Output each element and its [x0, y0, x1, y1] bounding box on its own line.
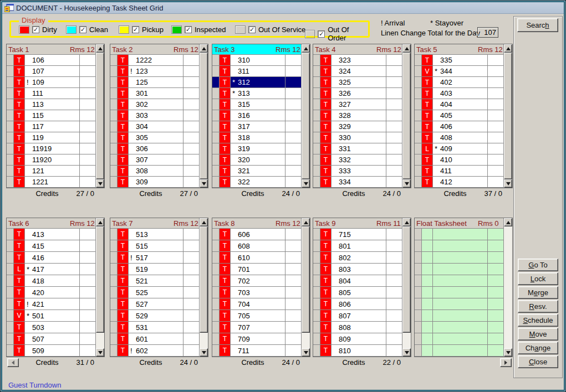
scroll-thumb[interactable]: [96, 53, 104, 179]
move-button[interactable]: Move: [518, 328, 558, 341]
task-row[interactable]: T12225: [110, 55, 208, 66]
page-next-button[interactable]: [500, 358, 512, 367]
task-row[interactable]: T3352: [415, 55, 512, 66]
task-row[interactable]: T1152: [7, 110, 104, 121]
task-row[interactable]: T3012: [110, 88, 208, 99]
task-row[interactable]: T3272: [313, 99, 411, 110]
task-row[interactable]: T3342: [313, 177, 411, 188]
task-row[interactable]: [415, 229, 512, 240]
task-row[interactable]: T4163: [7, 252, 104, 264]
dirty-checkbox[interactable]: ✓: [32, 26, 39, 33]
scroll-up-button[interactable]: [402, 44, 411, 53]
scroll-thumb[interactable]: [302, 226, 310, 333]
task-row[interactable]: T8062: [313, 298, 411, 310]
task-row[interactable]: T3262: [313, 88, 411, 99]
task-row[interactable]: T5072: [7, 333, 104, 345]
task-row[interactable]: T12215: [7, 177, 104, 188]
grid-scrollbar[interactable]: [95, 218, 104, 357]
task-row[interactable]: T3162: [212, 110, 310, 121]
task-row[interactable]: T7042: [212, 298, 310, 310]
task-row[interactable]: T!6022: [110, 345, 208, 357]
scroll-thumb[interactable]: [402, 53, 411, 179]
search-button[interactable]: Search: [517, 18, 558, 32]
task-row[interactable]: V*3445: [415, 66, 512, 77]
grid-scrollbar[interactable]: [402, 44, 411, 188]
scroll-up-button[interactable]: [96, 44, 104, 53]
grid-scrollbar[interactable]: [199, 218, 208, 357]
scroll-down-button[interactable]: [504, 348, 512, 357]
task-row[interactable]: T6012: [110, 333, 208, 345]
task-row[interactable]: T5092: [7, 345, 104, 357]
task-row[interactable]: T3102: [212, 55, 310, 66]
task-row[interactable]: T3042: [110, 121, 208, 132]
task-row[interactable]: T4023: [415, 77, 512, 88]
scroll-thumb[interactable]: [402, 226, 411, 333]
task-row[interactable]: T8082: [313, 322, 411, 333]
task-row[interactable]: [415, 287, 512, 298]
task-row[interactable]: T1112: [7, 88, 104, 99]
task-row[interactable]: T7022: [212, 275, 310, 287]
task-row[interactable]: T!1232: [110, 66, 208, 77]
resv-button[interactable]: Resv.: [518, 300, 558, 313]
task-row[interactable]: T4063: [415, 121, 512, 132]
task-row[interactable]: T3082: [110, 166, 208, 177]
task-row[interactable]: T4203: [7, 287, 104, 298]
scroll-thumb[interactable]: [200, 53, 208, 179]
task-row[interactable]: T1172: [7, 121, 104, 132]
task-row[interactable]: T5152: [110, 240, 208, 252]
task-row[interactable]: [415, 298, 512, 310]
out-of-service-checkbox[interactable]: ✓: [248, 26, 256, 33]
task-row[interactable]: [415, 322, 512, 333]
task-row[interactable]: T8022: [313, 252, 411, 264]
task-row[interactable]: T8092: [313, 333, 411, 345]
task-row[interactable]: T3332: [313, 166, 411, 177]
scroll-down-button[interactable]: [302, 348, 310, 357]
task-row[interactable]: T*3122: [212, 77, 310, 88]
task-row[interactable]: T3062: [110, 143, 208, 154]
task-row[interactable]: T3022: [110, 99, 208, 110]
task-row[interactable]: T7012: [212, 264, 310, 275]
grid-scrollbar[interactable]: [503, 44, 512, 188]
scroll-up-button[interactable]: [96, 218, 104, 226]
lock-button[interactable]: Lock: [518, 272, 558, 285]
task-row[interactable]: T119202: [7, 154, 104, 166]
grid-scrollbar[interactable]: [199, 44, 208, 188]
task-row[interactable]: T*3132: [212, 88, 310, 99]
task-row[interactable]: T3322: [313, 154, 411, 166]
task-row[interactable]: T3052: [110, 132, 208, 143]
task-row[interactable]: V*5012: [7, 310, 104, 322]
task-row[interactable]: T8052: [313, 287, 411, 298]
scroll-up-button[interactable]: [200, 218, 208, 226]
grid-scrollbar[interactable]: [301, 44, 310, 188]
task-row[interactable]: T5032: [7, 322, 104, 333]
scroll-down-button[interactable]: [504, 179, 512, 188]
task-row[interactable]: T4083: [415, 132, 512, 143]
task-row[interactable]: T7052: [212, 310, 310, 322]
task-row[interactable]: T1212: [7, 166, 104, 177]
scroll-up-button[interactable]: [504, 218, 512, 226]
task-row[interactable]: T6062: [212, 229, 310, 240]
task-row[interactable]: T3112: [212, 66, 310, 77]
task-row[interactable]: T3152: [212, 99, 310, 110]
task-row[interactable]: T3032: [110, 110, 208, 121]
scroll-up-button[interactable]: [200, 44, 208, 53]
task-row[interactable]: T5132: [110, 229, 208, 240]
task-row[interactable]: T4043: [415, 99, 512, 110]
grid-scrollbar[interactable]: [95, 44, 104, 188]
task-row[interactable]: T3172: [212, 121, 310, 132]
task-row[interactable]: T6082: [212, 240, 310, 252]
merge-button[interactable]: Merge: [518, 286, 558, 299]
pickup-checkbox[interactable]: ✓: [132, 26, 139, 33]
task-row[interactable]: T5312: [110, 322, 208, 333]
task-row[interactable]: T8102: [313, 345, 411, 357]
task-row[interactable]: T3292: [313, 121, 411, 132]
grid-scrollbar[interactable]: [402, 218, 411, 357]
task-row[interactable]: T3202: [212, 154, 310, 166]
scroll-thumb[interactable]: [504, 53, 512, 179]
out-of-order-checkbox[interactable]: ✓: [318, 30, 325, 38]
task-row[interactable]: T3312: [313, 143, 411, 154]
task-row[interactable]: T3212: [212, 166, 310, 177]
task-row[interactable]: T8072: [313, 310, 411, 322]
task-row[interactable]: [415, 252, 512, 264]
task-row[interactable]: T3302: [313, 132, 411, 143]
